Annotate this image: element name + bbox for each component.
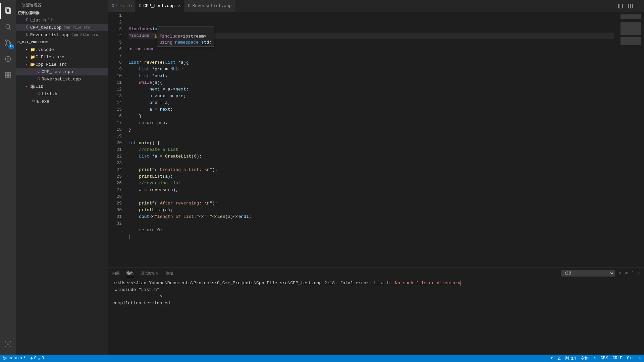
open-editor-item[interactable]: CReverseList.cppCpp File src — [16, 31, 108, 39]
folder-cppfiles[interactable]: 📂Cpp File src — [16, 61, 108, 68]
activity-bar: 11 — [0, 0, 16, 355]
editor: 1234567891011121314151617181920212223242… — [108, 12, 644, 267]
code-line: List *a = CreateList(6); — [128, 153, 614, 160]
code-line — [128, 220, 614, 227]
code-line: //reversing List — [128, 180, 614, 187]
svg-point-16 — [3, 357, 5, 358]
panel-tab-problems[interactable]: 问题 — [112, 269, 120, 277]
debug-icon[interactable] — [0, 51, 16, 67]
folder-cfiles[interactable]: 📁C Files src — [16, 53, 108, 61]
scm-badge: 11 — [8, 44, 14, 49]
code-line: } — [128, 234, 614, 240]
open-changes-icon[interactable] — [618, 3, 623, 9]
open-editor-item[interactable]: CList.hlib — [16, 16, 108, 24]
settings-gear-icon[interactable] — [0, 336, 16, 352]
code-line: printf("Creating a List: \n"); — [128, 167, 614, 173]
svg-rect-10 — [8, 72, 11, 75]
code-line: List *pre = NULL; — [128, 66, 614, 73]
svg-line-3 — [9, 28, 11, 30]
open-log-icon[interactable]: ⧉ — [625, 271, 628, 275]
svg-point-17 — [3, 359, 5, 360]
editor-tab[interactable]: CList.h — [108, 0, 136, 12]
close-tab-icon[interactable]: × — [178, 3, 181, 9]
status-cursor[interactable]: 行 2, 列 14 — [551, 356, 576, 361]
status-branch[interactable]: master* — [3, 356, 25, 361]
svg-point-8 — [7, 58, 9, 60]
tabs-actions: ⋯ — [618, 0, 644, 12]
panel-tab-output[interactable]: 输出 — [126, 269, 134, 277]
svg-rect-1 — [7, 9, 10, 13]
extensions-icon[interactable] — [0, 67, 16, 83]
status-spaces[interactable]: 空格: 4 — [581, 356, 596, 361]
status-problems[interactable]: ⊘0⚠0 — [30, 356, 44, 361]
svg-rect-14 — [619, 4, 623, 8]
code-line: printf("After reversing: \n"); — [128, 200, 614, 207]
code-line: cout<<"length of List:"<<" "<<len(a)<<en… — [128, 214, 614, 220]
workspace-section[interactable]: C_C++_PROJECTS — [16, 39, 108, 46]
status-lang[interactable]: C++ — [627, 356, 634, 361]
file-item[interactable]: CList.h — [16, 90, 108, 98]
code-line: using name — [128, 46, 614, 53]
svg-rect-12 — [8, 75, 11, 78]
panel-tab-terminal[interactable]: 终端 — [166, 269, 173, 277]
output-body[interactable]: c:\Users\Jiao Yuhang\Documents\Projects\… — [108, 279, 644, 355]
code-line: a->next = pre; — [128, 93, 614, 100]
svg-rect-9 — [5, 72, 8, 75]
status-eol[interactable]: CRLF — [612, 356, 622, 361]
editor-tabs: CList.hCCPP_test.cpp×CReverseList.cpp ⋯ — [108, 0, 644, 12]
svg-point-13 — [7, 343, 9, 345]
search-icon[interactable] — [0, 19, 16, 35]
code-line: } — [128, 126, 614, 133]
code-area[interactable]: #include<iostream>#include "List.h"using… — [128, 12, 614, 267]
open-editor-item[interactable]: CCPP_test.cppCpp File src — [16, 24, 108, 31]
code-line: } — [128, 113, 614, 120]
explorer-icon[interactable] — [0, 3, 16, 19]
code-line — [128, 160, 614, 167]
code-line — [128, 133, 614, 140]
code-line: printList(a); — [128, 207, 614, 214]
line-gutter: 1234567891011121314151617181920212223242… — [108, 12, 128, 267]
bottom-panel: 问题 输出 调试控制台 终端 任务 ≡ ⧉ ˄ ✕ c:\Users\Jiao … — [108, 267, 644, 355]
file-aexe[interactable]: ⧉a.exe — [16, 98, 108, 105]
folder-lib[interactable]: 📚lib — [16, 83, 108, 90]
svg-rect-11 — [5, 75, 8, 78]
code-line — [128, 193, 614, 200]
code-line: return 0; — [128, 227, 614, 234]
status-encoding[interactable]: GBK — [601, 356, 608, 361]
minimap[interactable] — [614, 12, 644, 267]
file-item[interactable]: CReverseList.cpp — [16, 75, 108, 83]
code-line: pre = a; — [128, 100, 614, 106]
close-panel-icon[interactable]: ✕ — [638, 271, 640, 276]
editor-tab[interactable]: CCPP_test.cpp× — [136, 0, 184, 12]
svg-point-5 — [6, 45, 7, 46]
code-line: printList(a); — [128, 173, 614, 180]
code-line: List *next; — [128, 73, 614, 79]
editor-tab[interactable]: CReverseList.cpp — [184, 0, 235, 12]
folder-vscode[interactable]: 📁.vscode — [16, 46, 108, 53]
explorer-sidebar: 资源管理器 打开的编辑器 CList.hlibCCPP_test.cppCpp … — [16, 0, 108, 355]
code-line: a = reverse(a); — [128, 187, 614, 193]
output-channel-select[interactable]: 任务 — [561, 270, 615, 277]
split-editor-icon[interactable] — [628, 3, 633, 9]
svg-point-7 — [5, 56, 11, 62]
source-control-icon[interactable]: 11 — [0, 35, 16, 51]
code-line: while(a){ — [128, 79, 614, 86]
svg-rect-0 — [6, 8, 9, 12]
code-line: List* reverse(List *a){ — [128, 59, 614, 66]
panel-tab-debug[interactable]: 调试控制台 — [141, 269, 159, 277]
sidebar-title: 资源管理器 — [16, 0, 108, 9]
status-feedback-icon[interactable]: ☺ — [639, 356, 641, 361]
svg-point-4 — [6, 40, 7, 42]
svg-point-6 — [9, 42, 11, 44]
more-actions-icon[interactable]: ⋯ — [638, 3, 641, 9]
code-line: int main() { — [128, 140, 614, 146]
open-editors-section[interactable]: 打开的编辑器 — [16, 9, 108, 16]
clear-output-icon[interactable]: ≡ — [619, 271, 621, 275]
code-line: a = next; — [128, 106, 614, 113]
code-line — [128, 53, 614, 59]
hover-tooltip: #include<iostream> using namespace std; — [157, 26, 214, 47]
status-bar: master* ⊘0⚠0 行 2, 列 14 空格: 4 GBK CRLF C+… — [0, 355, 644, 362]
maximize-panel-icon[interactable]: ˄ — [632, 271, 634, 276]
code-line: return pre; — [128, 120, 614, 126]
file-item[interactable]: CCPP_test.cpp — [16, 68, 108, 75]
